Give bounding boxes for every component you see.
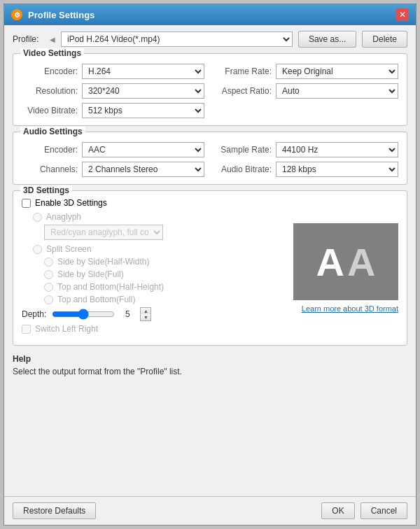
frame-rate-label: Frame Rate: — [216, 66, 272, 76]
switch-lr-row: Switch Left Right — [22, 324, 285, 334]
audio-encoder-label: Encoder: — [22, 145, 78, 155]
side-by-side-full-label: Side by Side(Full) — [57, 269, 124, 279]
sample-rate-row: Sample Rate: 44100 Hz — [216, 142, 398, 157]
enable-3d-label[interactable]: Enable 3D Settings — [35, 198, 107, 208]
enable-3d-checkbox[interactable] — [22, 199, 31, 208]
3d-settings-section: 3D Settings Enable 3D Settings Anaglyph — [13, 190, 407, 346]
close-button[interactable]: ✕ — [396, 8, 409, 21]
3d-settings-title: 3D Settings — [20, 185, 72, 195]
video-settings-section: Video Settings Encoder: H.264 Frame Rate… — [13, 53, 407, 126]
3d-settings-body: Enable 3D Settings Anaglyph Red/cyan ana… — [22, 198, 398, 338]
switch-lr-label: Switch Left Right — [35, 324, 98, 334]
3d-preview: A A — [293, 223, 398, 300]
video-settings-title: Video Settings — [20, 48, 84, 58]
anaglyph-label: Anaglyph — [46, 212, 81, 222]
profile-nav-left[interactable]: ◀ — [50, 36, 55, 43]
side-by-side-half-label: Side by Side(Half-Width) — [57, 257, 149, 267]
encoder-row: Encoder: H.264 — [22, 64, 204, 79]
channels-select[interactable]: 2 Channels Stereo — [82, 162, 204, 177]
footer-right: OK Cancel — [321, 502, 407, 519]
aa-left-letter: A — [316, 239, 344, 285]
frame-rate-row: Frame Rate: Keep Original — [216, 64, 398, 79]
switch-lr-checkbox[interactable] — [22, 325, 31, 334]
help-title: Help — [13, 354, 407, 364]
help-section: Help Select the output format from the "… — [13, 351, 407, 379]
profile-row: Profile: ◀ iPod H.264 Video(*.mp4) Save … — [13, 31, 407, 48]
video-bitrate-label: Video Bitrate: — [22, 106, 78, 115]
sample-rate-select[interactable]: 44100 Hz — [276, 142, 398, 157]
delete-button[interactable]: Delete — [362, 31, 407, 48]
depth-slider[interactable] — [52, 309, 115, 320]
audio-settings-grid: Encoder: AAC Sample Rate: 44100 Hz Chann… — [22, 142, 398, 177]
title-bar-left: ⚙ Profile Settings — [11, 9, 94, 20]
depth-value: 5 — [120, 309, 134, 319]
depth-up-button[interactable]: ▲ — [141, 308, 150, 314]
top-bottom-half-row: Top and Bottom(Half-Height) — [44, 282, 285, 292]
dialog-title: Profile Settings — [28, 10, 94, 20]
3d-settings-right: A A Learn more about 3D format — [293, 198, 398, 338]
title-bar: ⚙ Profile Settings ✕ — [4, 4, 416, 25]
audio-bitrate-label: Audio Bitrate: — [216, 164, 272, 174]
aspect-ratio-label: Aspect Ratio: — [216, 86, 272, 96]
dialog-content: Profile: ◀ iPod H.264 Video(*.mp4) Save … — [4, 25, 416, 496]
encoder-label: Encoder: — [22, 66, 78, 76]
audio-bitrate-select[interactable]: 128 kbps — [276, 162, 398, 177]
split-screen-row: Split Screen — [33, 244, 285, 254]
video-bitrate-select[interactable]: 512 kbps — [82, 103, 204, 118]
aa-right-letter: A — [347, 239, 375, 285]
save-as-button[interactable]: Save as... — [298, 31, 356, 48]
audio-bitrate-row: Audio Bitrate: 128 kbps — [216, 162, 398, 177]
frame-rate-select[interactable]: Keep Original — [276, 64, 398, 79]
top-bottom-half-radio[interactable] — [44, 283, 53, 292]
top-bottom-full-radio[interactable] — [44, 295, 53, 304]
video-settings-grid: Encoder: H.264 Frame Rate: Keep Original… — [22, 64, 398, 118]
resolution-label: Resolution: — [22, 86, 78, 96]
enable-3d-row: Enable 3D Settings — [22, 198, 285, 208]
encoder-select[interactable]: H.264 — [82, 64, 204, 79]
profile-select[interactable]: iPod H.264 Video(*.mp4) — [61, 31, 293, 47]
split-screen-label: Split Screen — [46, 244, 92, 254]
app-icon: ⚙ — [11, 9, 22, 20]
split-screen-radio[interactable] — [33, 245, 42, 254]
resolution-select[interactable]: 320*240 — [82, 83, 204, 99]
channels-label: Channels: — [22, 164, 78, 174]
anaglyph-radio[interactable] — [33, 213, 42, 222]
aspect-ratio-select[interactable]: Auto — [276, 83, 398, 99]
top-bottom-half-label: Top and Bottom(Half-Height) — [57, 282, 164, 292]
audio-settings-title: Audio Settings — [20, 127, 85, 136]
restore-defaults-button[interactable]: Restore Defaults — [13, 502, 96, 519]
side-by-side-half-radio[interactable] — [44, 258, 53, 267]
audio-settings-section: Audio Settings Encoder: AAC Sample Rate:… — [13, 132, 407, 185]
help-text: Select the output format from the "Profi… — [13, 367, 407, 376]
sample-rate-label: Sample Rate: — [216, 145, 272, 155]
channels-row: Channels: 2 Channels Stereo — [22, 162, 204, 177]
3d-settings-left: Enable 3D Settings Anaglyph Red/cyan ana… — [22, 198, 285, 338]
top-bottom-full-label: Top and Bottom(Full) — [57, 295, 135, 304]
ok-button[interactable]: OK — [321, 502, 354, 519]
depth-label: Depth: — [22, 309, 46, 319]
side-by-side-full-radio[interactable] — [44, 270, 53, 279]
video-bitrate-row: Video Bitrate: 512 kbps — [22, 103, 204, 118]
side-by-side-full-row: Side by Side(Full) — [44, 269, 285, 279]
footer: Restore Defaults OK Cancel — [4, 496, 416, 525]
audio-encoder-row: Encoder: AAC — [22, 142, 204, 157]
depth-down-button[interactable]: ▼ — [141, 314, 150, 320]
profile-label: Profile: — [13, 34, 44, 44]
top-bottom-full-row: Top and Bottom(Full) — [44, 295, 285, 304]
anaglyph-row: Anaglyph — [33, 212, 285, 222]
learn-more-link[interactable]: Learn more about 3D format — [293, 304, 398, 313]
anaglyph-select-row: Red/cyan anaglyph, full color — [44, 225, 285, 240]
profile-settings-dialog: ⚙ Profile Settings ✕ Profile: ◀ iPod H.2… — [4, 3, 416, 526]
aa-inner: A A — [316, 239, 376, 285]
depth-spinner: ▲ ▼ — [140, 307, 151, 321]
cancel-button[interactable]: Cancel — [360, 502, 407, 519]
depth-row: Depth: 5 ▲ ▼ — [22, 307, 285, 321]
audio-encoder-select[interactable]: AAC — [82, 142, 204, 157]
anaglyph-type-select[interactable]: Red/cyan anaglyph, full color — [44, 225, 163, 240]
resolution-row: Resolution: 320*240 — [22, 83, 204, 99]
side-by-side-half-row: Side by Side(Half-Width) — [44, 257, 285, 267]
aspect-ratio-row: Aspect Ratio: Auto — [216, 83, 398, 99]
